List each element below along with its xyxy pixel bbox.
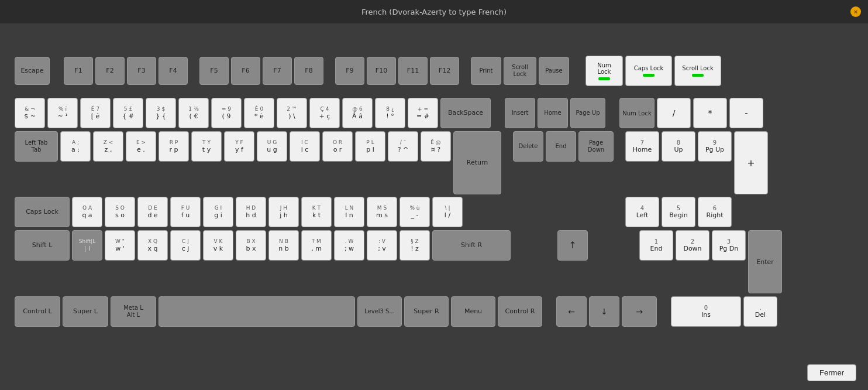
key-pause[interactable]: Pause [539, 57, 569, 85]
key-p[interactable]: P L p l [355, 131, 385, 162]
key-escape[interactable]: Escape [15, 57, 50, 85]
key-v[interactable]: V K v k [203, 230, 233, 261]
key-w[interactable]: W " w ' [105, 230, 135, 261]
key-u[interactable]: U G u g [257, 131, 287, 162]
key-f7[interactable]: F7 [263, 57, 292, 85]
numpad-2[interactable]: 2 Down [676, 230, 709, 261]
key-right[interactable]: → [622, 296, 657, 327]
key-caps-lock[interactable]: Caps Lock [15, 197, 70, 227]
key-alt-l[interactable]: Meta L Alt L [111, 296, 156, 327]
numpad-7[interactable]: 7 Home [625, 131, 659, 162]
key-9-2tm[interactable]: 2 ™ ) \ [277, 98, 307, 128]
key-f1[interactable]: F1 [64, 57, 93, 85]
key-3-eacute[interactable]: É 7 [ ê [80, 98, 111, 128]
key-a[interactable]: A ; a : [60, 131, 91, 162]
key-n[interactable]: N B n b [268, 230, 299, 261]
key-level3[interactable]: Level3 S... [357, 296, 402, 327]
key-j[interactable]: J H j h [268, 197, 299, 227]
numpad-asterisk[interactable]: * [693, 98, 727, 128]
numpad-plus[interactable]: + [734, 131, 768, 194]
key-ecirc[interactable]: Ê @ ¤ ? [421, 131, 451, 162]
key-super-l[interactable]: Super L [63, 296, 108, 327]
key-m[interactable]: M S m s [367, 197, 397, 227]
numpad-0[interactable]: 0 Ins [671, 296, 741, 327]
key-f10[interactable]: F10 [367, 57, 396, 85]
key-13-plus[interactable]: + = = # [408, 98, 438, 128]
key-y[interactable]: Y F y f [224, 131, 254, 162]
numpad-4[interactable]: 4 Left [625, 197, 659, 227]
key-down[interactable]: ↓ [589, 296, 619, 327]
key-i[interactable]: I C i c [290, 131, 320, 162]
key-8-egrave[interactable]: È 0 * è [244, 98, 274, 128]
numpad-8[interactable]: 8 Up [662, 131, 695, 162]
key-12-8iq[interactable]: 8 ¿ ! ° [375, 98, 405, 128]
key-f3[interactable]: F3 [127, 57, 156, 85]
key-percent-u[interactable]: % ù _ - [399, 197, 430, 227]
key-f11[interactable]: F11 [398, 57, 428, 85]
key-g[interactable]: G I g i [203, 197, 233, 227]
key-slash[interactable]: / ¨ ? ^ [388, 131, 418, 162]
key-backspace[interactable]: BackSpace [440, 98, 491, 128]
key-shift-l2[interactable]: Shift|L | l [72, 230, 102, 261]
key-d[interactable]: D E d e [137, 197, 168, 227]
key-space[interactable] [159, 296, 355, 327]
key-q[interactable]: Q A q a [72, 197, 102, 227]
key-ctrl-l[interactable]: Control L [15, 296, 60, 327]
key-page-up[interactable]: Page Up [570, 98, 605, 128]
key-super-r[interactable]: Super R [404, 296, 449, 327]
key-x[interactable]: X Q x q [137, 230, 168, 261]
key-4-5pound[interactable]: 5 £ { # [113, 98, 143, 128]
key-period[interactable]: . W ; w [334, 230, 364, 261]
key-t[interactable]: T Y t y [191, 131, 222, 162]
key-delete[interactable]: Delete [513, 131, 543, 162]
key-6-1-3-8[interactable]: 1 ⅜ ( € [178, 98, 209, 128]
key-1-amp[interactable]: & ¬ $ ~ [15, 98, 45, 128]
key-colon[interactable]: : V ; v [367, 230, 397, 261]
key-7-equals9[interactable]: = 9 ( 9 [211, 98, 242, 128]
key-shift-l[interactable]: Shift L [15, 230, 70, 261]
key-5-3dollar[interactable]: 3 $ } { [146, 98, 176, 128]
numpad-numlock[interactable]: Num Lock [619, 98, 655, 128]
key-o[interactable]: O R o r [322, 131, 353, 162]
key-f2[interactable]: F2 [95, 57, 125, 85]
key-scroll-lock[interactable]: Scroll Lock [504, 57, 536, 85]
key-insert[interactable]: Insert [505, 98, 535, 128]
numpad-minus[interactable]: - [729, 98, 763, 128]
key-print[interactable]: Print [471, 57, 501, 85]
key-s[interactable]: S O s o [105, 197, 135, 227]
key-f[interactable]: F U f u [170, 197, 201, 227]
numpad-6[interactable]: 6 Right [698, 197, 732, 227]
key-left[interactable]: ← [556, 296, 587, 327]
key-f6[interactable]: F6 [231, 57, 260, 85]
numpad-1[interactable]: 1 End [639, 230, 673, 261]
key-l[interactable]: L N l n [334, 197, 364, 227]
key-ctrl-r[interactable]: Control R [498, 296, 542, 327]
key-tab[interactable]: Left Tab Tab [15, 131, 58, 162]
key-f8[interactable]: F8 [294, 57, 323, 85]
key-shift-r[interactable]: Shift R [432, 230, 511, 261]
numpad-dot[interactable]: . Del [743, 296, 777, 327]
close-button[interactable]: × [850, 6, 861, 17]
fermer-button[interactable]: Fermer [807, 364, 856, 381]
key-e[interactable]: E > e . [126, 131, 156, 162]
key-2-percent[interactable]: % ï ~ ¹ [47, 98, 78, 128]
numpad-enter[interactable]: Enter [748, 230, 782, 293]
key-10-ccedilla[interactable]: Ç 4 + ç [309, 98, 340, 128]
numpad-9[interactable]: 9 Pg Up [698, 131, 732, 162]
key-k[interactable]: K T k t [301, 197, 332, 227]
key-f5[interactable]: F5 [199, 57, 229, 85]
key-b[interactable]: B X b x [236, 230, 266, 261]
key-c[interactable]: C J c j [170, 230, 201, 261]
key-comma[interactable]: ? M , m [301, 230, 332, 261]
key-11-at6[interactable]: @ 6 Â â [342, 98, 373, 128]
key-end[interactable]: End [546, 131, 576, 162]
key-return[interactable]: Return [453, 131, 501, 194]
numpad-slash[interactable]: / [657, 98, 691, 128]
key-f4[interactable]: F4 [159, 57, 188, 85]
key-r[interactable]: R P r p [159, 131, 189, 162]
key-z[interactable]: Z < z , [93, 131, 123, 162]
key-backslash[interactable]: \ | l / [432, 197, 463, 227]
key-page-down[interactable]: Page Down [578, 131, 614, 162]
key-up[interactable]: ↑ [557, 230, 588, 261]
numpad-3[interactable]: 3 Pg Dn [712, 230, 746, 261]
